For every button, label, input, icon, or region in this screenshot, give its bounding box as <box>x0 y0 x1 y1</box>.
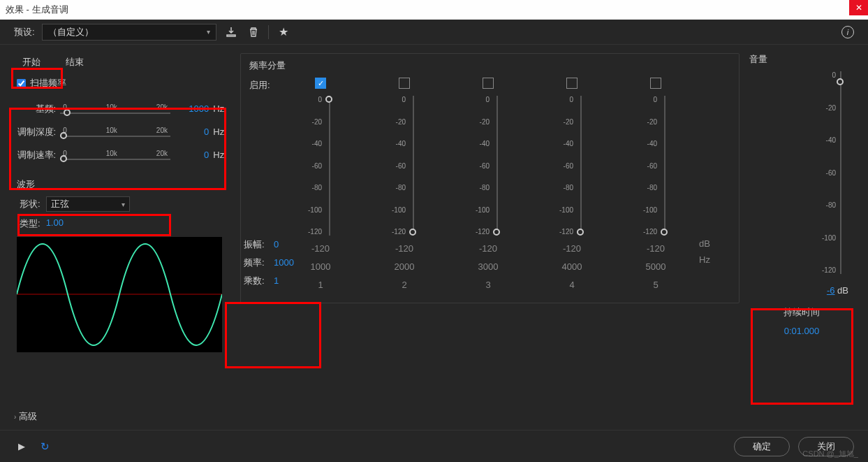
volume-slider[interactable] <box>840 71 841 274</box>
enable-checkbox[interactable] <box>483 78 494 89</box>
enable-checkbox[interactable] <box>566 78 578 89</box>
ok-button[interactable]: 确定 <box>734 437 790 456</box>
duration-label: 持续时间 <box>756 306 848 319</box>
preset-dropdown[interactable]: （自定义） ▾ <box>42 24 216 41</box>
watermark: CSDN @_旭旭_ <box>802 449 858 459</box>
waveform-display <box>17 237 222 352</box>
ok-label: 确定 <box>753 441 771 452</box>
sweep-label: 扫描频率 <box>30 77 66 89</box>
base-freq-value[interactable]: 1000 <box>175 103 209 114</box>
play-icon: ▶ <box>18 441 25 452</box>
mod-rate-value[interactable]: 0 <box>175 150 209 160</box>
slider-knob[interactable] <box>325 96 332 103</box>
close-window-button[interactable]: ✕ <box>849 0 868 15</box>
amp-slider[interactable] <box>580 96 582 236</box>
advanced-label: 高级 <box>19 410 37 423</box>
enable-checkbox[interactable] <box>399 78 410 89</box>
play-button[interactable]: ▶ <box>14 438 29 454</box>
shape-dropdown[interactable]: 正弦 ▾ <box>46 196 130 212</box>
param-box: 振幅:0 频率:1000 乘数:1 <box>236 232 327 294</box>
slider-knob[interactable] <box>64 109 71 116</box>
sweep-checkbox[interactable] <box>17 79 26 88</box>
preset-label: 预设: <box>14 26 35 38</box>
volume-title: 音量 <box>749 53 854 66</box>
type-value[interactable]: 1.00 <box>46 217 64 230</box>
enable-label: 启用: <box>249 78 277 92</box>
unit-label: Hz <box>213 103 226 114</box>
amp-slider[interactable] <box>413 96 414 236</box>
slider-knob[interactable] <box>60 132 67 139</box>
mod-depth-label: 调制深度: <box>15 126 56 138</box>
mod-rate-slider[interactable] <box>60 159 170 160</box>
preset-value: （自定义） <box>48 26 94 38</box>
enable-checkbox[interactable] <box>650 78 661 89</box>
separator <box>268 25 269 39</box>
mod-depth-value[interactable]: 0 <box>175 127 209 137</box>
amp-slider[interactable] <box>329 96 330 236</box>
base-freq-slider[interactable] <box>60 113 170 114</box>
freq-value[interactable]: 1000 <box>274 254 294 272</box>
enable-checkbox[interactable]: ✓ <box>315 78 326 89</box>
freq-title: 频率分量 <box>249 59 730 72</box>
duration-value[interactable]: 0:01.000 <box>756 326 848 336</box>
amp-slider[interactable] <box>496 96 498 236</box>
chevron-right-icon: › <box>14 413 16 421</box>
type-label: 类型: <box>20 217 41 230</box>
loop-icon: ↻ <box>41 440 50 452</box>
info-icon: i <box>847 28 848 36</box>
shape-label: 形状: <box>20 198 41 210</box>
unit-label: Hz <box>213 150 226 160</box>
amp-value[interactable]: 0 <box>274 236 279 254</box>
amp-label: 振幅: <box>244 236 268 254</box>
base-freq-label: 基频: <box>15 103 56 115</box>
shape-value: 正弦 <box>51 198 69 210</box>
sliders-group: 基频: 010k20k 1000 Hz 调制深度: 010k20k <box>14 94 230 173</box>
unit-label: Hz <box>213 127 226 137</box>
save-preset-button[interactable] <box>223 24 239 40</box>
slider-knob[interactable] <box>837 78 844 85</box>
amp-slider[interactable] <box>664 96 665 236</box>
slider-knob[interactable] <box>60 155 67 162</box>
close-icon: ✕ <box>855 3 862 13</box>
trash-icon <box>248 27 259 38</box>
delete-preset-button[interactable] <box>246 24 261 40</box>
titlebar: 效果 - 生成音调 <box>0 0 868 20</box>
favorite-button[interactable]: ★ <box>276 24 291 40</box>
download-icon <box>226 27 237 38</box>
star-icon: ★ <box>279 25 288 38</box>
mult-value[interactable]: 1 <box>274 272 279 290</box>
info-button[interactable]: i <box>841 26 854 38</box>
mult-label: 乘数: <box>244 272 268 290</box>
tab-end-label: 结束 <box>66 57 84 67</box>
waveform-title: 波形 <box>14 173 230 194</box>
volume-value[interactable]: -6 <box>827 285 835 296</box>
chevron-down-icon: ▾ <box>122 201 125 208</box>
loop-button[interactable]: ↻ <box>36 438 54 456</box>
volume-unit: dB <box>837 285 848 296</box>
mod-depth-slider[interactable] <box>60 136 170 137</box>
tab-start-label: 开始 <box>22 57 41 67</box>
tab-end[interactable]: 结束 <box>57 53 92 71</box>
advanced-toggle[interactable]: › 高级 <box>14 410 37 423</box>
window-title: 效果 - 生成音调 <box>6 3 68 16</box>
chevron-down-icon: ▾ <box>207 28 210 36</box>
freq-label: 频率: <box>244 254 268 272</box>
tab-start[interactable]: 开始 <box>14 53 49 71</box>
mod-rate-label: 调制速率: <box>15 149 56 161</box>
